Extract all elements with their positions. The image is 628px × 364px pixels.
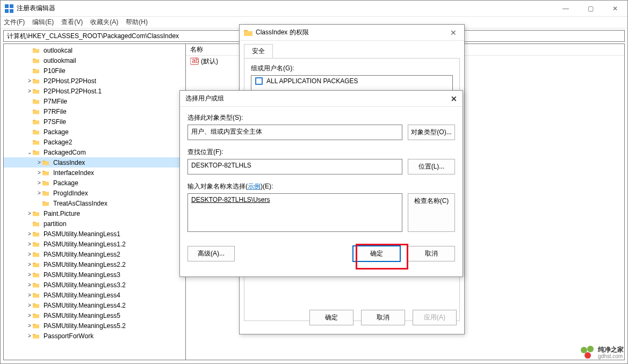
collapse-icon[interactable]: ⌄ [26,149,33,155]
tree-item[interactable]: P10File [4,65,185,76]
tree-item[interactable]: ⌄PackagedCom [4,147,185,157]
expand-icon[interactable]: > [36,180,42,186]
folder-icon [42,179,49,187]
folder-icon [33,210,39,217]
tree-item-label: PASMUtility.MeaningLess2 [44,251,120,258]
folder-icon [33,118,39,126]
permissions-close-button[interactable]: ✕ [443,28,464,37]
tree-item[interactable]: P7SFile [4,117,185,127]
object-names-input[interactable]: DESKTOP-82TLHLS\Users [187,193,402,232]
select-cancel-button[interactable]: 取消 [408,246,455,261]
expand-icon[interactable]: > [26,210,33,216]
locations-button[interactable]: 位置(L)... [408,159,455,174]
close-button[interactable]: ✕ [603,1,627,16]
select-user-close-button[interactable]: ✕ [451,94,457,103]
window-controls: — ▢ ✕ [553,1,627,16]
tree-item-label: TreatAsClassIndex [53,200,107,207]
expand-icon[interactable]: > [26,302,33,308]
folder-icon [33,251,39,258]
menu-help[interactable]: 帮助(H) [126,18,148,27]
tree-item-label: P2PHost.P2PHost [44,77,96,85]
tree-item[interactable]: >PASMUtility.MeaningLess4 [4,290,185,300]
tree-item[interactable]: Package [4,127,185,137]
expand-icon[interactable]: > [26,88,33,94]
tree-item[interactable]: >P2PHost.P2PHost.1 [4,86,185,96]
tree-item[interactable]: outlookcal [4,45,185,55]
expand-icon[interactable]: > [36,159,42,165]
tree-panel[interactable]: outlookcaloutlookmailP10File>P2PHost.P2P… [3,43,186,360]
tree-item[interactable]: P7RFile [4,106,185,117]
advanced-button[interactable]: 高级(A)... [187,246,235,261]
expand-icon[interactable]: > [26,282,33,288]
expand-icon[interactable]: > [36,190,42,196]
tree-item[interactable]: TreatAsClassIndex [4,198,185,208]
expand-icon[interactable]: > [26,241,33,247]
permissions-apply-button[interactable]: 应用(A) [413,310,457,325]
tree-item[interactable]: partition [4,219,185,229]
tree-item[interactable]: Package2 [4,137,185,147]
tree-item[interactable]: >PASMUtility.MeaningLess5.2 [4,321,185,331]
window-title: 注册表编辑器 [17,4,55,13]
minimize-button[interactable]: — [553,1,578,16]
folder-icon [33,332,39,340]
tree-item[interactable]: >PASMUtility.MeaningLess1.2 [4,239,185,249]
expand-icon[interactable]: > [26,312,33,318]
permissions-cancel-button[interactable]: 取消 [361,310,405,325]
tree-item[interactable]: >PASMUtility.MeaningLess5 [4,310,185,321]
watermark-url: gdhst.com [598,353,624,359]
check-names-button[interactable]: 检查名称(C) [408,193,455,232]
expand-icon[interactable]: > [36,170,42,176]
tree-item[interactable]: >PASMUtility.MeaningLess4.2 [4,300,185,310]
tree-item[interactable]: >P2PHost.P2PHost [4,76,185,86]
permissions-title: ClassIndex 的权限 [256,28,309,37]
folder-icon [33,292,39,299]
tree-item-label: InterfaceIndex [53,169,94,177]
select-user-dialog: 选择用户或组 ✕ 选择此对象类型(S): 用户、组或内置安全主体 对象类型(O)… [179,90,463,277]
folder-icon [33,281,39,289]
menu-file[interactable]: 文件(F) [4,18,25,27]
tree-item[interactable]: >ProgIdIndex [4,188,185,198]
tree-item-label: ClassIndex [53,159,85,166]
maximize-button[interactable]: ▢ [578,1,603,16]
expand-icon[interactable]: > [26,272,33,278]
tree-item[interactable]: outlookmail [4,55,185,65]
user-row-all-packages[interactable]: ALL APPLICATION PACKAGES [251,76,452,86]
expand-icon[interactable]: > [26,251,33,257]
tree-item-label: outlookmail [44,57,76,64]
expand-icon[interactable]: > [26,78,33,84]
folder-icon [33,261,39,268]
tree-item-label: PASMUtility.MeaningLess2.2 [44,261,126,268]
column-name[interactable]: 名称 [186,44,207,55]
select-ok-button[interactable]: 确定 [353,246,400,261]
tree-item[interactable]: >PASMUtility.MeaningLess3.2 [4,280,185,290]
expand-icon[interactable]: > [26,231,33,237]
tree-item-label: P10File [44,67,66,75]
object-names-value: DESKTOP-82TLHLS\Users [191,196,270,203]
user-label: ALL APPLICATION PACKAGES [266,77,358,85]
permissions-ok-button[interactable]: 确定 [309,310,353,325]
tree-item[interactable]: >PASMUtility.MeaningLess1 [4,229,185,239]
tab-security[interactable]: 安全 [244,44,273,58]
expand-icon[interactable]: > [26,333,33,339]
tree-item[interactable]: >ClassIndex [4,157,185,168]
tree-item[interactable]: >InterfaceIndex [4,168,185,178]
tree-item[interactable]: >PASMUtility.MeaningLess2 [4,249,185,259]
group-users-label: 组或用户名(G): [251,64,453,73]
example-link[interactable]: 示例 [248,183,261,190]
permissions-button-row: 确定 取消 应用(A) [309,310,457,325]
tree-item[interactable]: P7MFile [4,96,185,106]
tree-item[interactable]: >PASMUtility.MeaningLess3 [4,270,185,280]
tree-item[interactable]: >Package [4,178,185,188]
folder-icon [33,98,39,105]
menu-edit[interactable]: 编辑(E) [32,18,54,27]
menu-view[interactable]: 查看(V) [61,18,83,27]
expand-icon[interactable]: > [26,261,33,267]
expand-icon[interactable]: > [26,292,33,298]
menu-favorites[interactable]: 收藏夹(A) [90,18,118,27]
expand-icon[interactable]: > [26,323,33,329]
object-types-button[interactable]: 对象类型(O)... [408,125,455,140]
tree-item[interactable]: >Paint.Picture [4,208,185,219]
tree-item[interactable]: >PassportForWork [4,331,185,341]
address-text: 计算机\HKEY_CLASSES_ROOT\PackagedCom\ClassI… [7,32,179,41]
tree-item[interactable]: >PASMUtility.MeaningLess2.2 [4,259,185,270]
